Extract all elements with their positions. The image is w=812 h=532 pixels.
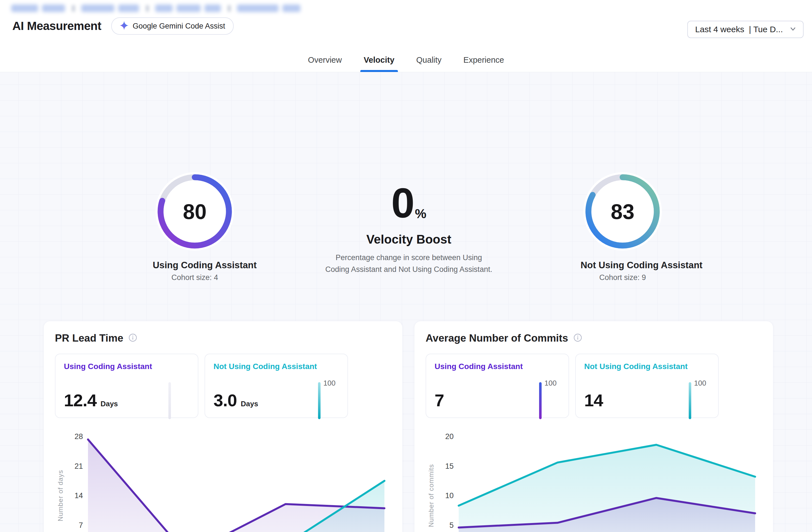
stat-card-using: Using Coding Assistant 12.4 Days <box>55 354 198 418</box>
breadcrumb-separator <box>228 5 231 12</box>
boost-number: 0 <box>391 182 413 224</box>
info-icon[interactable] <box>573 333 582 343</box>
stat-gauge-max: 100 <box>545 379 563 387</box>
stat-value: 12.4 <box>64 390 97 410</box>
gauge-label: Using Coding Assistant <box>153 260 237 270</box>
stat-card-not-using: Not Using Coding Assistant 100 3.0 Days <box>205 354 348 418</box>
breadcrumb-separator <box>146 5 149 12</box>
svg-text:20: 20 <box>445 432 454 441</box>
stat-gauge-pill <box>689 382 691 419</box>
card-title: PR Lead Time <box>55 332 123 344</box>
velocity-boost-value: 0 % <box>322 182 496 224</box>
stat-value: 3.0 <box>214 390 237 410</box>
tab-bar: Overview Velocity Quality Experience <box>0 56 812 72</box>
boost-percent-sign: % <box>415 207 426 220</box>
stat-label: Not Using Coding Assistant <box>584 362 710 371</box>
cohort-size-text: Cohort size: 9 <box>581 273 665 282</box>
breadcrumb-redacted-segment[interactable] <box>11 4 38 12</box>
ai-measurement-page: AI Measurement Google Gemini Code Assist <box>0 0 812 532</box>
velocity-boost-widget: 0 % Velocity Boost Percentage change in … <box>322 182 496 276</box>
pr-lead-time-card: PR Lead Time Using Coding Assistant 12.4… <box>43 321 403 532</box>
card-title: Average Number of Commits <box>425 332 568 344</box>
breadcrumb-redacted-segment[interactable] <box>155 4 173 12</box>
breadcrumb[interactable] <box>11 4 304 12</box>
svg-text:80: 80 <box>183 200 207 223</box>
stat-gauge-pill <box>539 382 541 419</box>
stat-label: Using Coding Assistant <box>435 362 560 371</box>
svg-text:14: 14 <box>74 491 83 500</box>
stat-gauge-pill <box>318 382 321 419</box>
stat-unit: Days <box>241 400 258 408</box>
svg-text:15: 15 <box>445 462 454 470</box>
score-gauge-not-using: 83 <box>581 171 665 253</box>
breadcrumb-separator <box>72 5 75 12</box>
page-header: AI Measurement Google Gemini Code Assist <box>0 0 812 72</box>
svg-text:7: 7 <box>79 521 83 530</box>
svg-text:Number of commits: Number of commits <box>427 464 435 527</box>
svg-text:83: 83 <box>611 200 635 223</box>
breadcrumb-redacted-segment[interactable] <box>118 4 139 12</box>
stat-label: Not Using Coding Assistant <box>214 362 339 371</box>
velocity-boost-description: Percentage change in score between Using… <box>325 252 493 276</box>
gemini-sparkle-icon <box>120 21 129 31</box>
average-commits-chart: 05101520Number of commits23 Dec 202401 J… <box>425 430 763 532</box>
content-area: 80 Using Coding Assistant Cohort size: 4… <box>0 72 812 532</box>
average-commits-card: Average Number of Commits Using Coding A… <box>414 321 773 532</box>
breadcrumb-redacted-segment[interactable] <box>282 4 300 12</box>
svg-text:21: 21 <box>74 462 83 470</box>
svg-text:10: 10 <box>445 491 454 500</box>
stat-card-using: Using Coding Assistant 100 7 <box>425 354 569 418</box>
cohort-size-text: Cohort size: 4 <box>153 273 237 282</box>
breadcrumb-redacted-segment[interactable] <box>176 4 201 12</box>
svg-text:5: 5 <box>449 521 454 530</box>
score-gauge-using: 80 <box>153 171 237 253</box>
gauge-label: Not Using Coding Assistant <box>581 260 665 270</box>
breadcrumb-redacted-segment[interactable] <box>205 4 221 12</box>
stat-gauge-pill <box>169 382 171 419</box>
breadcrumb-redacted-segment[interactable] <box>237 4 278 12</box>
stat-card-not-using: Not Using Coding Assistant 100 14 <box>575 354 719 418</box>
date-range-value: Last 4 weeks | Tue D... <box>695 25 783 34</box>
breadcrumb-redacted-segment[interactable] <box>81 4 114 12</box>
stat-label: Using Coding Assistant <box>64 362 189 371</box>
gemini-code-assist-badge: Google Gemini Code Assist <box>111 17 233 35</box>
tab-velocity[interactable]: Velocity <box>362 56 396 72</box>
svg-text:Number of days: Number of days <box>57 470 64 521</box>
title-row: AI Measurement Google Gemini Code Assist <box>12 17 234 35</box>
page-title: AI Measurement <box>12 19 101 33</box>
not-using-assistant-score-widget: 83 Not Using Coding Assistant Cohort siz… <box>581 171 665 282</box>
using-assistant-score-widget: 80 Using Coding Assistant Cohort size: 4 <box>153 171 237 282</box>
pr-lead-time-chart: 07142128Number of days23 Dec 202401 Jan … <box>55 430 392 532</box>
stat-value: 7 <box>435 390 444 410</box>
stat-gauge-max: 100 <box>323 379 342 387</box>
svg-text:28: 28 <box>74 432 83 441</box>
tab-quality[interactable]: Quality <box>415 56 443 72</box>
badge-label: Google Gemini Code Assist <box>132 22 225 30</box>
stat-value: 14 <box>584 390 603 410</box>
info-icon[interactable] <box>128 333 137 343</box>
breadcrumb-redacted-segment[interactable] <box>42 4 65 12</box>
tab-experience[interactable]: Experience <box>462 56 506 72</box>
date-range-dropdown[interactable]: Last 4 weeks | Tue D... <box>687 21 803 38</box>
stat-unit: Days <box>101 400 118 408</box>
chevron-down-icon <box>789 25 797 34</box>
tab-overview[interactable]: Overview <box>306 56 344 72</box>
velocity-boost-title: Velocity Boost <box>322 232 496 247</box>
stat-gauge-max: 100 <box>694 379 712 387</box>
